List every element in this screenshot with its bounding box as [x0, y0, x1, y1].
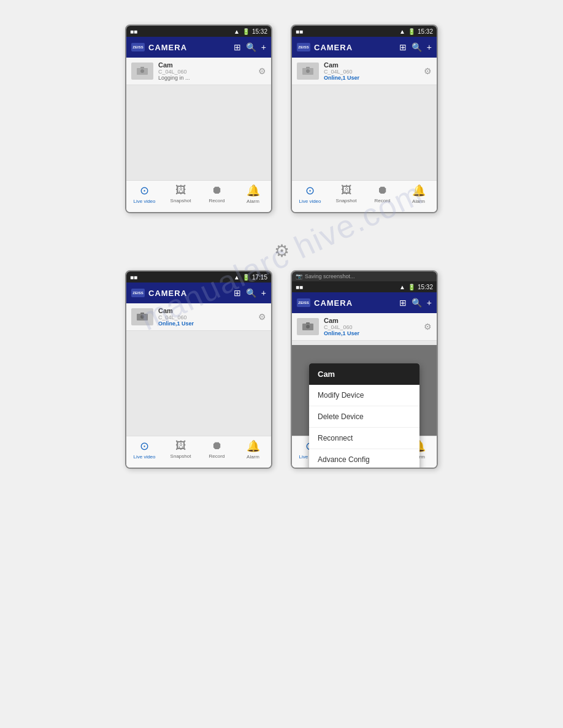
- app-logo-1: ZEISS: [131, 43, 145, 51]
- dialog-title: Cam: [309, 363, 419, 385]
- add-icon-4[interactable]: +: [427, 298, 432, 308]
- search-icon-3[interactable]: 🔍: [246, 288, 256, 298]
- tab-live-label-3: Live video: [133, 454, 155, 460]
- camera-item-2[interactable]: Cam C_04L_060 Online,1 User ⚙: [292, 58, 437, 85]
- search-icon-1[interactable]: 🔍: [246, 42, 256, 52]
- live-video-icon-2: ⊙: [305, 184, 315, 197]
- camera-list-3: Cam C_04L_060 Online,1 User ⚙: [126, 303, 271, 436]
- camera-name-4: Cam: [324, 317, 419, 324]
- camera-id-4: C_04L_060: [324, 324, 419, 330]
- app-title-1: CAMERA: [148, 43, 230, 52]
- camera-info-4: Cam C_04L_060 Online,1 User: [324, 317, 419, 336]
- camera-list-1: Cam C_04L_060 Logging in ... ⚙: [126, 58, 271, 180]
- saving-bar: 📷 Saving screenshot...: [292, 271, 437, 281]
- tab-snapshot-label-1: Snapshot: [170, 198, 191, 203]
- phone-2: ■■ ▲ 🔋 15:32 ZEISS CAMERA ⊞ 🔍 +: [291, 25, 438, 213]
- svg-rect-2: [140, 67, 144, 69]
- snapshot-icon-3: 🖼: [175, 439, 186, 452]
- camera-status-1: Logging in ...: [158, 75, 253, 81]
- header-icons-3: ⊞ 🔍 +: [234, 288, 266, 298]
- tab-snapshot-1[interactable]: 🖼 Snapshot: [163, 184, 199, 210]
- record-icon-1: ⏺: [212, 184, 223, 197]
- camera-list-4: Cam C_04L_060 Online,1 User ⚙ Cam Modify…: [292, 313, 437, 436]
- dialog-delete-device[interactable]: Delete Device: [309, 406, 419, 428]
- tab-live-video-1[interactable]: ⊙ Live video: [126, 184, 163, 210]
- app-logo-2: ZEISS: [297, 43, 310, 51]
- camera-status-4: Online,1 User: [324, 330, 419, 336]
- tab-alarm-label-3: Alarm: [247, 454, 259, 460]
- tab-alarm-label-1: Alarm: [247, 199, 259, 204]
- header-icons-2: ⊞ 🔍 +: [399, 42, 432, 52]
- phone-1: ■■ ▲ 🔋 15:32 ZEISS CAMERA ⊞ 🔍 +: [125, 25, 272, 213]
- svg-point-4: [306, 69, 310, 73]
- time-1: 15:32: [252, 28, 267, 35]
- app-header-1: ZEISS CAMERA ⊞ 🔍 +: [126, 37, 271, 58]
- live-video-icon-3: ⊙: [140, 439, 149, 453]
- tab-bar-2: ⊙ Live video 🖼 Snapshot ⏺ Record 🔔 Alarm: [292, 180, 437, 212]
- snapshot-icon-2: 🖼: [341, 184, 352, 197]
- tab-alarm-3[interactable]: 🔔 Alarm: [235, 439, 271, 465]
- grid-icon-4[interactable]: ⊞: [399, 298, 407, 308]
- battery-icon-2: 🔋: [408, 28, 415, 35]
- settings-icon-1[interactable]: ⚙: [258, 66, 266, 76]
- tab-snapshot-2[interactable]: 🖼 Snapshot: [328, 184, 364, 210]
- app-title-4: CAMERA: [314, 298, 396, 308]
- camera-thumb-4: [297, 318, 319, 335]
- tab-live-video-2[interactable]: ⊙ Live video: [292, 184, 328, 210]
- tab-record-label-2: Record: [375, 198, 391, 203]
- add-icon-3[interactable]: +: [261, 288, 266, 298]
- tab-record-label-1: Record: [209, 198, 225, 203]
- saving-text: Saving screenshot...: [305, 273, 355, 279]
- svg-rect-11: [306, 322, 310, 324]
- camera-status-3: Online,1 User: [158, 320, 253, 327]
- add-icon-1[interactable]: +: [261, 42, 266, 52]
- phone-3: ■■ ▲ 🔋 17:15 ZEISS CAMERA ⊞ 🔍 +: [125, 270, 272, 469]
- dialog-advance-config[interactable]: Advance Config: [309, 449, 419, 469]
- camera-item-4[interactable]: Cam C_04L_060 Online,1 User ⚙: [292, 313, 437, 341]
- svg-point-7: [140, 315, 144, 319]
- grid-icon-2[interactable]: ⊞: [399, 42, 407, 52]
- search-icon-4[interactable]: 🔍: [412, 298, 422, 308]
- snapshot-icon-1: 🖼: [175, 184, 186, 197]
- gear-center-icon: ⚙: [274, 241, 289, 261]
- status-bar-1: ■■ ▲ 🔋 15:32: [126, 26, 271, 37]
- time-2: 15:32: [418, 28, 433, 35]
- status-icons-left-4: ■■: [296, 284, 303, 290]
- settings-icon-2[interactable]: ⚙: [424, 66, 432, 76]
- header-icons-4: ⊞ 🔍 +: [399, 298, 432, 308]
- app-logo-4: ZEISS: [297, 298, 310, 307]
- camera-info-1: Cam C_04L_060 Logging in ...: [158, 61, 253, 81]
- alarm-icon-3: 🔔: [247, 439, 260, 453]
- tab-alarm-2[interactable]: 🔔 Alarm: [400, 184, 437, 210]
- camera-info-2: Cam C_04L_060 Online,1 User: [324, 61, 419, 81]
- status-icons-left-2: ■■: [296, 28, 303, 35]
- tab-alarm-1[interactable]: 🔔 Alarm: [235, 184, 271, 210]
- phone-4: 📷 Saving screenshot... ■■ ▲ 🔋 15:32 ZEIS…: [291, 270, 438, 469]
- tab-bar-3: ⊙ Live video 🖼 Snapshot ⏺ Record 🔔 Alarm: [126, 436, 271, 468]
- tab-snapshot-3[interactable]: 🖼 Snapshot: [163, 439, 199, 465]
- grid-icon-1[interactable]: ⊞: [234, 42, 241, 52]
- tab-snapshot-label-2: Snapshot: [336, 198, 357, 203]
- grid-icon-3[interactable]: ⊞: [234, 288, 241, 298]
- record-icon-2: ⏺: [377, 184, 388, 197]
- camera-id-3: C_04L_060: [158, 314, 253, 320]
- app-logo-3: ZEISS: [131, 289, 145, 297]
- dialog-reconnect[interactable]: Reconnect: [309, 428, 419, 449]
- tab-record-1[interactable]: ⏺ Record: [199, 184, 235, 210]
- search-icon-2[interactable]: 🔍: [412, 42, 422, 52]
- settings-icon-4[interactable]: ⚙: [424, 322, 432, 332]
- settings-icon-3[interactable]: ⚙: [258, 312, 266, 322]
- status-icons-left-1: ■■: [130, 28, 137, 35]
- tab-record-2[interactable]: ⏺ Record: [364, 184, 400, 210]
- tab-alarm-label-2: Alarm: [412, 199, 425, 204]
- gear-section: ⚙: [12, 232, 551, 270]
- tab-snapshot-label-3: Snapshot: [170, 453, 191, 459]
- app-header-4: ZEISS CAMERA ⊞ 🔍 +: [292, 292, 437, 313]
- camera-item-3[interactable]: Cam C_04L_060 Online,1 User ⚙: [126, 303, 271, 331]
- tab-record-3[interactable]: ⏺ Record: [199, 439, 235, 465]
- add-icon-2[interactable]: +: [427, 42, 432, 52]
- status-icons-left-3: ■■: [130, 274, 137, 281]
- camera-item-1[interactable]: Cam C_04L_060 Logging in ... ⚙: [126, 58, 271, 85]
- tab-live-video-3[interactable]: ⊙ Live video: [126, 439, 163, 465]
- dialog-modify-device[interactable]: Modify Device: [309, 385, 419, 406]
